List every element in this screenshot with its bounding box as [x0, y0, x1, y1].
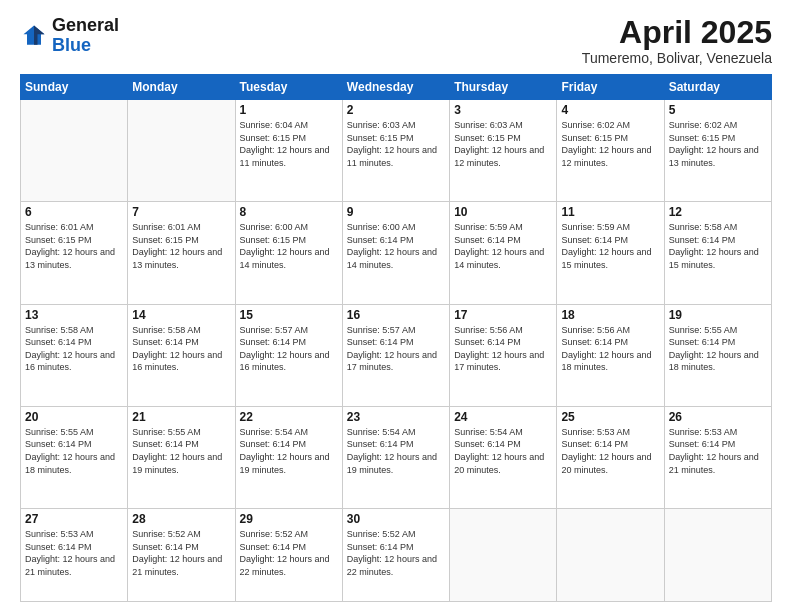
col-monday: Monday: [128, 75, 235, 100]
day-number: 7: [132, 205, 230, 219]
table-row: 10Sunrise: 5:59 AM Sunset: 6:14 PM Dayli…: [450, 202, 557, 304]
day-info: Sunrise: 5:57 AM Sunset: 6:14 PM Dayligh…: [347, 324, 445, 374]
day-number: 15: [240, 308, 338, 322]
header: General Blue April 2025 Tumeremo, Boliva…: [20, 16, 772, 66]
table-row: [128, 100, 235, 202]
day-info: Sunrise: 5:57 AM Sunset: 6:14 PM Dayligh…: [240, 324, 338, 374]
calendar-week-row: 6Sunrise: 6:01 AM Sunset: 6:15 PM Daylig…: [21, 202, 772, 304]
table-row: 17Sunrise: 5:56 AM Sunset: 6:14 PM Dayli…: [450, 304, 557, 406]
calendar-header-row: Sunday Monday Tuesday Wednesday Thursday…: [21, 75, 772, 100]
day-number: 20: [25, 410, 123, 424]
col-friday: Friday: [557, 75, 664, 100]
day-info: Sunrise: 6:01 AM Sunset: 6:15 PM Dayligh…: [132, 221, 230, 271]
day-number: 22: [240, 410, 338, 424]
day-number: 11: [561, 205, 659, 219]
col-sunday: Sunday: [21, 75, 128, 100]
table-row: 22Sunrise: 5:54 AM Sunset: 6:14 PM Dayli…: [235, 406, 342, 508]
table-row: 2Sunrise: 6:03 AM Sunset: 6:15 PM Daylig…: [342, 100, 449, 202]
table-row: 21Sunrise: 5:55 AM Sunset: 6:14 PM Dayli…: [128, 406, 235, 508]
day-number: 27: [25, 512, 123, 526]
table-row: 5Sunrise: 6:02 AM Sunset: 6:15 PM Daylig…: [664, 100, 771, 202]
table-row: [450, 509, 557, 602]
page: General Blue April 2025 Tumeremo, Boliva…: [0, 0, 792, 612]
day-info: Sunrise: 5:52 AM Sunset: 6:14 PM Dayligh…: [132, 528, 230, 578]
day-info: Sunrise: 5:53 AM Sunset: 6:14 PM Dayligh…: [25, 528, 123, 578]
day-number: 19: [669, 308, 767, 322]
day-number: 30: [347, 512, 445, 526]
table-row: 30Sunrise: 5:52 AM Sunset: 6:14 PM Dayli…: [342, 509, 449, 602]
day-info: Sunrise: 5:56 AM Sunset: 6:14 PM Dayligh…: [454, 324, 552, 374]
day-number: 14: [132, 308, 230, 322]
table-row: 26Sunrise: 5:53 AM Sunset: 6:14 PM Dayli…: [664, 406, 771, 508]
table-row: 7Sunrise: 6:01 AM Sunset: 6:15 PM Daylig…: [128, 202, 235, 304]
day-info: Sunrise: 6:00 AM Sunset: 6:14 PM Dayligh…: [347, 221, 445, 271]
table-row: 23Sunrise: 5:54 AM Sunset: 6:14 PM Dayli…: [342, 406, 449, 508]
day-info: Sunrise: 6:03 AM Sunset: 6:15 PM Dayligh…: [347, 119, 445, 169]
day-info: Sunrise: 6:02 AM Sunset: 6:15 PM Dayligh…: [669, 119, 767, 169]
day-number: 2: [347, 103, 445, 117]
day-number: 12: [669, 205, 767, 219]
day-info: Sunrise: 5:54 AM Sunset: 6:14 PM Dayligh…: [454, 426, 552, 476]
col-saturday: Saturday: [664, 75, 771, 100]
day-number: 5: [669, 103, 767, 117]
day-number: 3: [454, 103, 552, 117]
day-info: Sunrise: 5:52 AM Sunset: 6:14 PM Dayligh…: [347, 528, 445, 578]
day-info: Sunrise: 5:54 AM Sunset: 6:14 PM Dayligh…: [240, 426, 338, 476]
logo-general: General: [52, 15, 119, 35]
day-number: 28: [132, 512, 230, 526]
table-row: 8Sunrise: 6:00 AM Sunset: 6:15 PM Daylig…: [235, 202, 342, 304]
day-number: 10: [454, 205, 552, 219]
table-row: 11Sunrise: 5:59 AM Sunset: 6:14 PM Dayli…: [557, 202, 664, 304]
table-row: 27Sunrise: 5:53 AM Sunset: 6:14 PM Dayli…: [21, 509, 128, 602]
logo-blue: Blue: [52, 35, 91, 55]
day-info: Sunrise: 5:55 AM Sunset: 6:14 PM Dayligh…: [669, 324, 767, 374]
calendar-week-row: 13Sunrise: 5:58 AM Sunset: 6:14 PM Dayli…: [21, 304, 772, 406]
day-info: Sunrise: 5:53 AM Sunset: 6:14 PM Dayligh…: [669, 426, 767, 476]
logo: General Blue: [20, 16, 119, 56]
day-number: 29: [240, 512, 338, 526]
day-info: Sunrise: 5:58 AM Sunset: 6:14 PM Dayligh…: [132, 324, 230, 374]
day-info: Sunrise: 5:54 AM Sunset: 6:14 PM Dayligh…: [347, 426, 445, 476]
day-info: Sunrise: 6:03 AM Sunset: 6:15 PM Dayligh…: [454, 119, 552, 169]
day-number: 18: [561, 308, 659, 322]
table-row: 24Sunrise: 5:54 AM Sunset: 6:14 PM Dayli…: [450, 406, 557, 508]
calendar-week-row: 1Sunrise: 6:04 AM Sunset: 6:15 PM Daylig…: [21, 100, 772, 202]
day-number: 9: [347, 205, 445, 219]
day-info: Sunrise: 6:04 AM Sunset: 6:15 PM Dayligh…: [240, 119, 338, 169]
logo-text: General Blue: [52, 16, 119, 56]
header-right: April 2025 Tumeremo, Bolivar, Venezuela: [582, 16, 772, 66]
table-row: 3Sunrise: 6:03 AM Sunset: 6:15 PM Daylig…: [450, 100, 557, 202]
table-row: 12Sunrise: 5:58 AM Sunset: 6:14 PM Dayli…: [664, 202, 771, 304]
table-row: 19Sunrise: 5:55 AM Sunset: 6:14 PM Dayli…: [664, 304, 771, 406]
calendar-week-row: 20Sunrise: 5:55 AM Sunset: 6:14 PM Dayli…: [21, 406, 772, 508]
day-number: 25: [561, 410, 659, 424]
table-row: 28Sunrise: 5:52 AM Sunset: 6:14 PM Dayli…: [128, 509, 235, 602]
day-info: Sunrise: 5:53 AM Sunset: 6:14 PM Dayligh…: [561, 426, 659, 476]
col-wednesday: Wednesday: [342, 75, 449, 100]
table-row: 1Sunrise: 6:04 AM Sunset: 6:15 PM Daylig…: [235, 100, 342, 202]
day-info: Sunrise: 5:59 AM Sunset: 6:14 PM Dayligh…: [561, 221, 659, 271]
day-number: 24: [454, 410, 552, 424]
table-row: 25Sunrise: 5:53 AM Sunset: 6:14 PM Dayli…: [557, 406, 664, 508]
table-row: 13Sunrise: 5:58 AM Sunset: 6:14 PM Dayli…: [21, 304, 128, 406]
day-number: 16: [347, 308, 445, 322]
table-row: 29Sunrise: 5:52 AM Sunset: 6:14 PM Dayli…: [235, 509, 342, 602]
table-row: 15Sunrise: 5:57 AM Sunset: 6:14 PM Dayli…: [235, 304, 342, 406]
day-info: Sunrise: 5:55 AM Sunset: 6:14 PM Dayligh…: [132, 426, 230, 476]
day-info: Sunrise: 5:52 AM Sunset: 6:14 PM Dayligh…: [240, 528, 338, 578]
col-tuesday: Tuesday: [235, 75, 342, 100]
day-number: 8: [240, 205, 338, 219]
day-number: 4: [561, 103, 659, 117]
day-info: Sunrise: 5:58 AM Sunset: 6:14 PM Dayligh…: [25, 324, 123, 374]
table-row: [21, 100, 128, 202]
table-row: 14Sunrise: 5:58 AM Sunset: 6:14 PM Dayli…: [128, 304, 235, 406]
day-info: Sunrise: 6:00 AM Sunset: 6:15 PM Dayligh…: [240, 221, 338, 271]
month-title: April 2025: [582, 16, 772, 48]
day-info: Sunrise: 5:56 AM Sunset: 6:14 PM Dayligh…: [561, 324, 659, 374]
calendar-week-row: 27Sunrise: 5:53 AM Sunset: 6:14 PM Dayli…: [21, 509, 772, 602]
day-number: 26: [669, 410, 767, 424]
day-info: Sunrise: 5:55 AM Sunset: 6:14 PM Dayligh…: [25, 426, 123, 476]
table-row: [557, 509, 664, 602]
table-row: [664, 509, 771, 602]
calendar-table: Sunday Monday Tuesday Wednesday Thursday…: [20, 74, 772, 602]
